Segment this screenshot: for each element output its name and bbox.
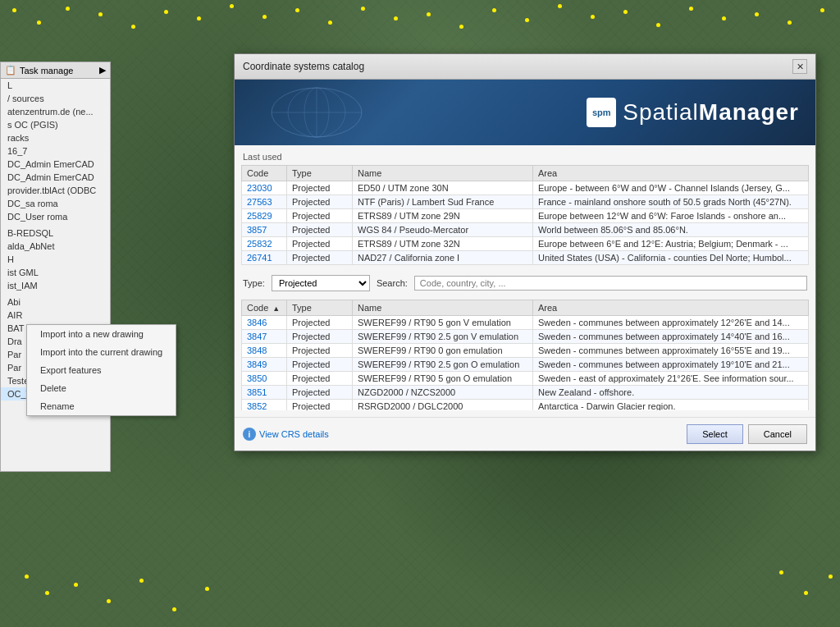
catalog-row[interactable]: 3850ProjectedSWEREF99 / RT90 5 gon O emu… bbox=[242, 372, 809, 386]
sidebar-item[interactable]: L bbox=[1, 79, 110, 92]
sidebar-item[interactable]: alda_AbNet bbox=[1, 240, 110, 253]
cancel-button[interactable]: Cancel bbox=[748, 424, 807, 444]
catalog-row[interactable]: 3851ProjectedNZGD2000 / NZCS2000New Zeal… bbox=[242, 386, 809, 400]
logo-spm-text: spm bbox=[592, 108, 611, 117]
context-menu-item[interactable]: Export features bbox=[27, 361, 176, 379]
last-used-row[interactable]: 25829ProjectedETRS89 / UTM zone 29NEurop… bbox=[242, 209, 809, 223]
code-link[interactable]: 3851 bbox=[247, 387, 267, 397]
last-used-cell-name: NTF (Paris) / Lambert Sud France bbox=[353, 195, 533, 209]
map-dot bbox=[74, 583, 78, 587]
code-link[interactable]: 26741 bbox=[247, 253, 272, 263]
context-menu-item[interactable]: Rename bbox=[27, 397, 176, 415]
catalog-table-container: Code ▲TypeNameArea 3846ProjectedSWEREF99… bbox=[241, 300, 809, 410]
code-link[interactable]: 27563 bbox=[247, 197, 272, 207]
code-link[interactable]: 3849 bbox=[247, 359, 267, 369]
last-used-row[interactable]: 23030ProjectedED50 / UTM zone 30NEurope … bbox=[242, 181, 809, 195]
code-link[interactable]: 3850 bbox=[247, 373, 267, 383]
sidebar-item[interactable]: / sources bbox=[1, 92, 110, 105]
map-dot bbox=[623, 10, 628, 14]
last-used-header-row: CodeTypeNameArea bbox=[242, 166, 809, 181]
map-dot bbox=[804, 591, 808, 595]
code-link[interactable]: 3847 bbox=[247, 332, 267, 341]
map-dot bbox=[779, 570, 783, 574]
catalog-cell-code: 3852 bbox=[242, 400, 287, 411]
search-input[interactable] bbox=[414, 276, 807, 291]
context-menu-item[interactable]: Delete bbox=[27, 379, 176, 397]
sidebar-expand-icon[interactable]: ▶ bbox=[99, 65, 106, 76]
code-link[interactable]: 3846 bbox=[247, 318, 267, 327]
dialog-titlebar: Coordinate systems catalog ✕ bbox=[235, 54, 815, 80]
catalog-row[interactable]: 3852ProjectedRSRGD2000 / DGLC2000Antarct… bbox=[242, 400, 809, 411]
code-link[interactable]: 3857 bbox=[247, 225, 267, 235]
code-link[interactable]: 25832 bbox=[247, 239, 272, 249]
banner-logo: spm SpatialManager bbox=[587, 98, 799, 127]
code-link[interactable]: 3852 bbox=[247, 401, 267, 410]
select-button[interactable]: Select bbox=[687, 424, 743, 444]
map-dot bbox=[205, 587, 209, 591]
catalog-row[interactable]: 3848ProjectedSWEREF99 / RT90 0 gon emula… bbox=[242, 344, 809, 358]
catalog-tbody: 3846ProjectedSWEREF99 / RT90 5 gon V emu… bbox=[242, 316, 809, 411]
type-filter-select[interactable]: AllProjectedGeographic 2DGeographic 3DVe… bbox=[272, 275, 370, 291]
catalog-row[interactable]: 3847ProjectedSWEREF99 / RT90 2.5 gon V e… bbox=[242, 330, 809, 344]
last-used-row[interactable]: 3857ProjectedWGS 84 / Pseudo-MercatorWor… bbox=[242, 223, 809, 237]
sidebar-item[interactable]: 16_7 bbox=[1, 144, 110, 158]
catalog-col-name[interactable]: Name bbox=[353, 300, 533, 316]
last-used-cell-code: 23030 bbox=[242, 181, 287, 195]
last-used-cell-type: Projected bbox=[287, 251, 353, 265]
last-used-row[interactable]: 26741ProjectedNAD27 / California zone IU… bbox=[242, 251, 809, 265]
catalog-cell-name: SWEREF99 / RT90 2.5 gon O emulation bbox=[353, 358, 533, 372]
sidebar-item[interactable]: B-REDSQL bbox=[1, 227, 110, 240]
info-icon: i bbox=[243, 428, 256, 441]
catalog-cell-type: Projected bbox=[287, 344, 353, 358]
last-used-row[interactable]: 25832ProjectedETRS89 / UTM zone 32NEurop… bbox=[242, 237, 809, 251]
map-dot bbox=[459, 25, 463, 29]
sidebar-item[interactable]: ist_IAM bbox=[1, 279, 110, 292]
catalog-cell-area: Sweden - communes between approximately … bbox=[533, 344, 809, 358]
last-used-cell-type: Projected bbox=[287, 223, 353, 237]
catalog-cell-area: Sweden - communes between approximately … bbox=[533, 330, 809, 344]
banner-globe-graphic bbox=[267, 84, 366, 141]
catalog-col-code[interactable]: Code ▲ bbox=[242, 300, 287, 316]
code-link[interactable]: 25829 bbox=[247, 211, 272, 221]
catalog-table: Code ▲TypeNameArea 3846ProjectedSWEREF99… bbox=[241, 300, 809, 410]
catalog-col-type[interactable]: Type bbox=[287, 300, 353, 316]
map-dot bbox=[788, 21, 792, 25]
code-link[interactable]: 23030 bbox=[247, 183, 272, 193]
sidebar-item[interactable]: DC_Admin EmerCAD bbox=[1, 171, 110, 184]
sidebar-item[interactable]: s OC (PGIS) bbox=[1, 118, 110, 131]
sidebar-item[interactable]: atenzentrum.de (ne... bbox=[1, 105, 110, 118]
coordinate-systems-dialog: Coordinate systems catalog ✕ spm Spatial… bbox=[234, 53, 816, 451]
catalog-row[interactable]: 3846ProjectedSWEREF99 / RT90 5 gon V emu… bbox=[242, 316, 809, 330]
catalog-cell-name: SWEREF99 / RT90 2.5 gon V emulation bbox=[353, 330, 533, 344]
map-dot bbox=[172, 607, 176, 611]
catalog-row[interactable]: 3849ProjectedSWEREF99 / RT90 2.5 gon O e… bbox=[242, 358, 809, 372]
sidebar-item[interactable]: DC_Admin EmerCAD bbox=[1, 158, 110, 171]
code-link[interactable]: 3848 bbox=[247, 346, 267, 355]
sidebar-item[interactable]: H bbox=[1, 253, 110, 266]
sidebar-item[interactable]: ist GML bbox=[1, 266, 110, 279]
close-button[interactable]: ✕ bbox=[792, 59, 807, 74]
filter-row: Type: AllProjectedGeographic 2DGeographi… bbox=[241, 272, 809, 295]
sidebar-title: Task manage bbox=[20, 66, 73, 76]
last-used-cell-code: 25832 bbox=[242, 237, 287, 251]
last-used-tbody: 23030ProjectedED50 / UTM zone 30NEurope … bbox=[242, 181, 809, 265]
last-used-cell-name: WGS 84 / Pseudo-Mercator bbox=[353, 223, 533, 237]
catalog-cell-type: Projected bbox=[287, 358, 353, 372]
sidebar-item[interactable]: DC_sa roma bbox=[1, 197, 110, 210]
catalog-col-area[interactable]: Area bbox=[533, 300, 809, 316]
last-used-row[interactable]: 27563ProjectedNTF (Paris) / Lambert Sud … bbox=[242, 195, 809, 209]
sidebar-item[interactable]: AIR bbox=[1, 309, 110, 322]
catalog-cell-name: SWEREF99 / RT90 5 gon V emulation bbox=[353, 316, 533, 330]
catalog-cell-type: Projected bbox=[287, 400, 353, 411]
dialog-body: Last used CodeTypeNameArea 23030Projecte… bbox=[235, 145, 815, 417]
map-dot bbox=[427, 12, 431, 16]
sidebar-item[interactable]: provider.tblAct (ODBC bbox=[1, 184, 110, 197]
context-menu-items: Import into a new drawingImport into the… bbox=[27, 325, 176, 415]
sidebar-item[interactable]: Abi bbox=[1, 295, 110, 309]
view-crs-link[interactable]: View CRS details bbox=[259, 429, 329, 439]
sidebar-item[interactable]: racks bbox=[1, 131, 110, 144]
catalog-cell-area: Antarctica - Darwin Glacier region. bbox=[533, 400, 809, 411]
sidebar-item[interactable]: DC_User roma bbox=[1, 210, 110, 223]
context-menu-item[interactable]: Import into a new drawing bbox=[27, 325, 176, 343]
context-menu-item[interactable]: Import into the current drawing bbox=[27, 343, 176, 361]
